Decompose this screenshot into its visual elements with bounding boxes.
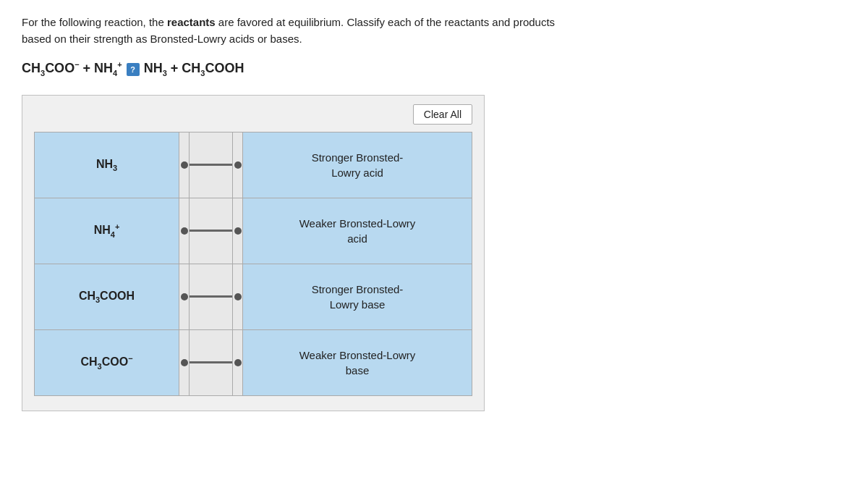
connection-line-1 xyxy=(190,164,232,166)
mid-area-1 xyxy=(190,132,233,198)
connection-line-2 xyxy=(190,230,232,232)
left-connector-4 xyxy=(179,330,190,395)
right-label-3: Stronger Bronsted-Lowry base xyxy=(312,282,404,312)
left-label-nh4: NH4+ xyxy=(94,222,120,239)
left-label-ch3cooh: CH3COOH xyxy=(79,290,135,304)
mid-area-4 xyxy=(190,330,233,395)
right-cell-1: Stronger Bronsted-Lowry acid xyxy=(243,132,472,198)
rows-container: NH3 Stronger Bronsted-Lowry acid NH4+ xyxy=(34,132,472,396)
dot-right-1 xyxy=(234,161,242,169)
bold-reactants: reactants xyxy=(167,16,216,28)
right-connector-1 xyxy=(233,132,243,198)
right-label-2: Weaker Bronsted-Lowryacid xyxy=(299,216,416,246)
left-cell-nh3: NH3 xyxy=(35,132,179,198)
matching-container: Clear All NH3 Stronger Bronsted-Lowry ac… xyxy=(22,95,485,411)
clear-all-row: Clear All xyxy=(34,104,472,125)
dot-left-4 xyxy=(181,359,188,366)
right-cell-4: Weaker Bronsted-Lowrybase xyxy=(243,330,472,395)
left-connector-3 xyxy=(179,264,190,329)
dot-left-3 xyxy=(181,293,188,300)
clear-all-button[interactable]: Clear All xyxy=(413,104,472,125)
mid-area-2 xyxy=(190,198,233,264)
dot-right-4 xyxy=(234,359,242,366)
dot-right-2 xyxy=(234,227,242,235)
table-row: NH4+ Weaker Bronsted-Lowryacid xyxy=(34,198,472,264)
right-cell-3: Stronger Bronsted-Lowry base xyxy=(243,264,472,329)
right-connector-3 xyxy=(233,264,243,329)
dot-left-1 xyxy=(181,161,188,169)
connection-line-4 xyxy=(190,361,232,363)
left-label-nh3: NH3 xyxy=(96,158,117,172)
table-row: NH3 Stronger Bronsted-Lowry acid xyxy=(34,132,472,198)
left-connector-2 xyxy=(179,198,190,264)
dot-left-2 xyxy=(181,227,188,235)
left-cell-nh4: NH4+ xyxy=(35,198,179,264)
equation-text-2: NH3 + CH3COOH xyxy=(144,61,244,77)
connection-line-3 xyxy=(190,295,232,298)
table-row: CH3COOH Stronger Bronsted-Lowry base xyxy=(34,264,472,329)
right-connector-4 xyxy=(233,330,243,395)
right-label-4: Weaker Bronsted-Lowrybase xyxy=(299,348,416,378)
equation-text: CH3COO− + NH4+ xyxy=(22,60,122,77)
dot-right-3 xyxy=(234,293,242,300)
intro-paragraph: For the following reaction, the reactant… xyxy=(22,14,586,47)
mid-area-3 xyxy=(190,264,233,329)
right-connector-2 xyxy=(233,198,243,264)
right-cell-2: Weaker Bronsted-Lowryacid xyxy=(243,198,472,264)
left-label-ch3coo: CH3COO− xyxy=(80,354,132,371)
help-icon[interactable]: ? xyxy=(127,63,140,76)
chemical-equation: CH3COO− + NH4+ ? NH3 + CH3COOH xyxy=(22,60,846,77)
right-label-1: Stronger Bronsted-Lowry acid xyxy=(312,150,404,180)
left-cell-ch3cooh: CH3COOH xyxy=(35,264,179,329)
left-cell-ch3coo: CH3COO− xyxy=(35,330,179,395)
table-row: CH3COO− Weaker Bronsted-Lowrybase xyxy=(34,329,472,396)
left-connector-1 xyxy=(179,132,190,198)
